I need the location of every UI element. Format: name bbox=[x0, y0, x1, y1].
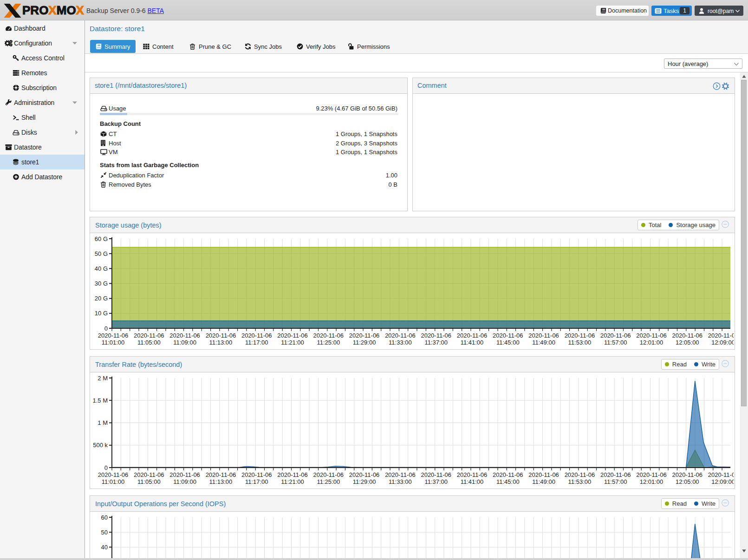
svg-text:50: 50 bbox=[101, 529, 108, 536]
svg-text:11:17:00: 11:17:00 bbox=[245, 339, 268, 346]
svg-text:60: 60 bbox=[101, 514, 108, 521]
svg-text:2020-11-06: 2020-11-06 bbox=[169, 471, 200, 478]
svg-text:2020-11-06: 2020-11-06 bbox=[313, 471, 344, 478]
svg-text:11:01:00: 11:01:00 bbox=[102, 478, 125, 485]
svg-text:40: 40 bbox=[101, 544, 108, 551]
svg-text:2020-11-06: 2020-11-06 bbox=[528, 332, 559, 339]
svg-text:11:45:00: 11:45:00 bbox=[496, 339, 520, 346]
svg-text:2020-11-06: 2020-11-06 bbox=[600, 332, 631, 339]
svg-text:11:41:00: 11:41:00 bbox=[461, 339, 484, 346]
svg-text:11:13:00: 11:13:00 bbox=[209, 339, 233, 346]
svg-text:12:05:00: 12:05:00 bbox=[676, 339, 699, 346]
svg-text:11:57:00: 11:57:00 bbox=[604, 339, 627, 346]
svg-text:2020-11-06: 2020-11-06 bbox=[421, 332, 451, 339]
svg-text:11:57:00: 11:57:00 bbox=[604, 478, 627, 485]
svg-text:2020-11-06: 2020-11-06 bbox=[493, 471, 523, 478]
svg-text:2020-11-06: 2020-11-06 bbox=[313, 332, 344, 339]
svg-text:11:25:00: 11:25:00 bbox=[317, 339, 340, 346]
svg-text:12:09:00: 12:09:00 bbox=[711, 339, 734, 346]
svg-text:11:33:00: 11:33:00 bbox=[389, 478, 412, 485]
svg-text:11:41:00: 11:41:00 bbox=[461, 478, 484, 485]
svg-text:12:01:00: 12:01:00 bbox=[640, 339, 663, 346]
svg-text:10 G: 10 G bbox=[95, 310, 108, 317]
svg-text:1 M: 1 M bbox=[98, 419, 108, 426]
svg-text:2020-11-06: 2020-11-06 bbox=[672, 471, 703, 478]
svg-text:2020-11-06: 2020-11-06 bbox=[565, 471, 595, 478]
svg-text:11:01:00: 11:01:00 bbox=[102, 339, 125, 346]
svg-text:11:05:00: 11:05:00 bbox=[137, 339, 161, 346]
svg-text:40 G: 40 G bbox=[95, 265, 108, 272]
svg-text:2020-11-06: 2020-11-06 bbox=[206, 471, 236, 478]
svg-text:11:53:00: 11:53:00 bbox=[568, 339, 592, 346]
svg-text:500 k: 500 k bbox=[93, 442, 108, 449]
svg-text:2020-11-06: 2020-11-06 bbox=[636, 332, 667, 339]
svg-text:11:37:00: 11:37:00 bbox=[424, 478, 448, 485]
svg-text:11:25:00: 11:25:00 bbox=[317, 478, 340, 485]
svg-text:2020-11-06: 2020-11-06 bbox=[134, 471, 164, 478]
svg-text:2020-11-06: 2020-11-06 bbox=[636, 471, 667, 478]
svg-text:12:05:00: 12:05:00 bbox=[676, 478, 699, 485]
svg-text:2020-11-06: 2020-11-06 bbox=[385, 471, 416, 478]
svg-text:11:17:00: 11:17:00 bbox=[245, 478, 268, 485]
svg-text:2020-11-06: 2020-11-06 bbox=[134, 332, 164, 339]
svg-text:12:09:00: 12:09:00 bbox=[711, 478, 734, 485]
svg-text:11:33:00: 11:33:00 bbox=[389, 339, 412, 346]
svg-text:2020-11-06: 2020-11-06 bbox=[528, 471, 559, 478]
svg-text:11:09:00: 11:09:00 bbox=[173, 478, 196, 485]
svg-text:2020-11-06: 2020-11-06 bbox=[421, 471, 451, 478]
svg-text:11:37:00: 11:37:00 bbox=[424, 339, 448, 346]
svg-text:2020-11-06: 2020-11-06 bbox=[708, 471, 734, 478]
svg-text:2020-11-06: 2020-11-06 bbox=[457, 332, 488, 339]
svg-text:2020-11-06: 2020-11-06 bbox=[457, 471, 488, 478]
svg-text:2020-11-06: 2020-11-06 bbox=[600, 471, 631, 478]
svg-text:2020-11-06: 2020-11-06 bbox=[349, 332, 380, 339]
svg-text:2020-11-06: 2020-11-06 bbox=[493, 332, 523, 339]
svg-text:12:01:00: 12:01:00 bbox=[640, 478, 663, 485]
svg-text:1.5 M: 1.5 M bbox=[92, 397, 108, 404]
svg-text:2020-11-06: 2020-11-06 bbox=[349, 471, 380, 478]
svg-text:2020-11-06: 2020-11-06 bbox=[98, 332, 129, 339]
svg-text:2020-11-06: 2020-11-06 bbox=[241, 332, 272, 339]
svg-text:2020-11-06: 2020-11-06 bbox=[169, 332, 200, 339]
svg-text:11:21:00: 11:21:00 bbox=[281, 478, 304, 485]
svg-text:2020-11-06: 2020-11-06 bbox=[672, 332, 703, 339]
svg-text:2020-11-06: 2020-11-06 bbox=[708, 332, 734, 339]
svg-text:11:13:00: 11:13:00 bbox=[209, 478, 233, 485]
svg-text:60 G: 60 G bbox=[95, 235, 108, 242]
svg-text:0: 0 bbox=[104, 325, 108, 332]
svg-text:11:29:00: 11:29:00 bbox=[353, 478, 376, 485]
svg-text:2020-11-06: 2020-11-06 bbox=[565, 332, 595, 339]
svg-text:11:21:00: 11:21:00 bbox=[281, 339, 304, 346]
svg-text:0: 0 bbox=[104, 464, 108, 471]
svg-text:20 G: 20 G bbox=[95, 295, 108, 302]
svg-text:2020-11-06: 2020-11-06 bbox=[385, 332, 416, 339]
svg-text:2020-11-06: 2020-11-06 bbox=[241, 471, 272, 478]
svg-text:PROXMOX: PROXMOX bbox=[22, 3, 85, 17]
svg-text:11:49:00: 11:49:00 bbox=[532, 478, 555, 485]
svg-text:11:05:00: 11:05:00 bbox=[137, 478, 161, 485]
svg-text:30 G: 30 G bbox=[95, 280, 108, 287]
svg-text:50 G: 50 G bbox=[95, 250, 108, 257]
svg-text:2020-11-06: 2020-11-06 bbox=[277, 471, 308, 478]
svg-text:11:09:00: 11:09:00 bbox=[173, 339, 196, 346]
svg-text:2 M: 2 M bbox=[98, 375, 108, 382]
svg-text:11:53:00: 11:53:00 bbox=[568, 478, 592, 485]
svg-text:2020-11-06: 2020-11-06 bbox=[98, 471, 129, 478]
svg-text:2020-11-06: 2020-11-06 bbox=[206, 332, 236, 339]
svg-text:2020-11-06: 2020-11-06 bbox=[277, 332, 308, 339]
svg-text:11:29:00: 11:29:00 bbox=[353, 339, 376, 346]
svg-text:11:49:00: 11:49:00 bbox=[532, 339, 555, 346]
svg-text:11:45:00: 11:45:00 bbox=[496, 478, 520, 485]
